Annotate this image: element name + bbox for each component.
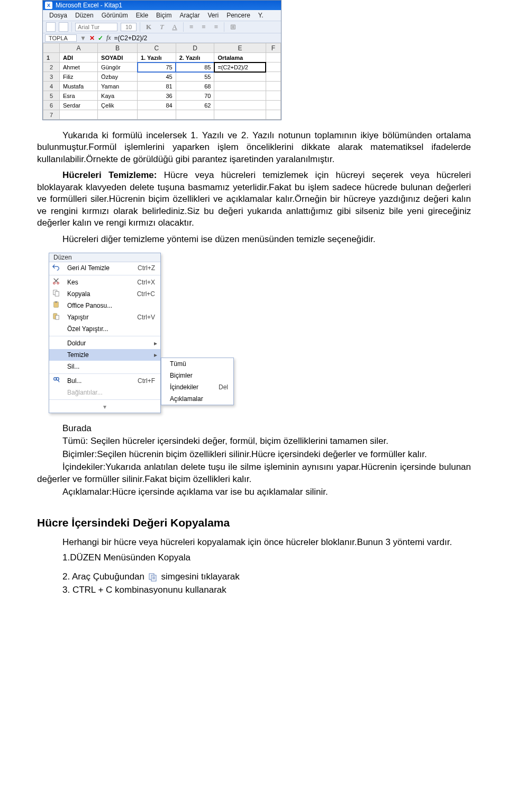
row-2[interactable]: 2 [43, 63, 60, 72]
row-4[interactable]: 4 [43, 82, 60, 91]
temizle-submenu: Tümü Biçimler İçindekiler Del Açıklamala… [161, 358, 234, 405]
cancel-x-icon[interactable]: ✕ [89, 34, 95, 42]
align-right-icon[interactable]: ≡ [211, 22, 220, 32]
cell-D5[interactable]: 70 [176, 91, 214, 101]
align-left-icon[interactable]: ≡ [187, 22, 196, 32]
copy-method-2: 2. Araç Çubuğundan simgesini tıklayarak [62, 572, 471, 583]
italic-button[interactable]: T [157, 22, 166, 32]
menu-araclar[interactable]: Araçlar [176, 11, 203, 20]
clipboard-icon [49, 301, 63, 310]
cell-E6[interactable] [214, 101, 266, 110]
cell-C3[interactable]: 45 [138, 72, 176, 82]
menu-item-paste[interactable]: Yapıştır Ctrl+V [49, 311, 160, 323]
duzen-menu-screenshot: Düzen Geri Al Temizle Ctrl+Z Kes Ctrl+X … [49, 253, 235, 413]
menu-veri[interactable]: Veri [204, 11, 222, 20]
col-C[interactable]: C [138, 43, 176, 53]
row-7[interactable]: 7 [43, 110, 60, 120]
menu-item-temizle[interactable]: Temizle ▸ [49, 349, 160, 361]
cell-D4[interactable]: 68 [176, 82, 214, 91]
submenu-tumu[interactable]: Tümü [161, 358, 233, 370]
col-D[interactable]: D [176, 43, 214, 53]
menu-item-special-paste[interactable]: Özel Yapıştır... [49, 323, 160, 335]
menu-ekle[interactable]: Ekle [133, 11, 151, 20]
cell-B5[interactable]: Kaya [98, 91, 138, 101]
cell-F4[interactable] [266, 82, 280, 91]
menu-yardim[interactable]: Y. [255, 11, 267, 20]
menu-duzen[interactable]: Düzen [72, 11, 97, 20]
cell-F2[interactable] [266, 63, 280, 72]
bold-button[interactable]: K [143, 22, 154, 32]
row-6[interactable]: 6 [43, 101, 60, 110]
menu-bicim[interactable]: Biçim [153, 11, 175, 20]
col-B[interactable]: B [98, 43, 138, 53]
cell-E2[interactable]: =(C2+D2)/2 [214, 63, 266, 72]
col-A[interactable]: A [60, 43, 98, 53]
cell-B1[interactable]: SOYADI [98, 53, 138, 63]
cell-F3[interactable] [266, 72, 280, 82]
row-5[interactable]: 5 [43, 91, 60, 101]
menu-header: Düzen [49, 253, 160, 262]
find-icon [49, 376, 63, 385]
cell-C4[interactable]: 81 [138, 82, 176, 91]
excel-grid[interactable]: A B C D E F 1 ADI SOYADI 1. Yazılı 2. Ya… [43, 43, 281, 120]
menu-pencere[interactable]: Pencere [223, 11, 253, 20]
merge-icon[interactable]: ⊞ [228, 22, 239, 32]
cell-F6[interactable] [266, 101, 280, 110]
cell-C6[interactable]: 84 [138, 101, 176, 110]
col-E[interactable]: E [214, 43, 266, 53]
cell-D1[interactable]: 2. Yazılı [176, 53, 214, 63]
toolbar-new-icon[interactable] [46, 22, 56, 32]
cell-C2[interactable]: 75 [138, 63, 176, 72]
cell-A5[interactable]: Esra [60, 91, 98, 101]
cell-B2[interactable]: Güngör [98, 63, 138, 72]
cell-A1[interactable]: ADI [60, 53, 98, 63]
submenu-arrow-icon: ▸ [154, 340, 160, 347]
cell-B4[interactable]: Yaman [98, 82, 138, 91]
cell-F5[interactable] [266, 91, 280, 101]
row-1[interactable]: 1 [43, 53, 60, 63]
formula-text[interactable]: =(C2+D2)/2 [114, 34, 148, 42]
menu-item-sil[interactable]: Sil... [49, 361, 160, 372]
menu-item-copy[interactable]: Kopyala Ctrl+C [49, 288, 160, 300]
align-center-icon[interactable]: ≡ [199, 22, 208, 32]
cell-E5[interactable] [214, 91, 266, 101]
cell-A2[interactable]: Ahmet [60, 63, 98, 72]
font-size-combo[interactable]: 10 [121, 23, 137, 31]
cell-E1[interactable]: Ortalama [214, 53, 266, 63]
cell-D6[interactable]: 62 [176, 101, 214, 110]
toolbar-save-icon[interactable] [59, 22, 68, 32]
excel-app-icon: X [45, 2, 52, 9]
menu-item-undo[interactable]: Geri Al Temizle Ctrl+Z [49, 262, 160, 274]
underline-button[interactable]: A [169, 22, 179, 32]
fx-label[interactable]: fx [106, 34, 111, 42]
menu-item-doldur[interactable]: Doldur ▸ [49, 337, 160, 349]
name-box[interactable]: TOPLA [45, 34, 77, 42]
cell-E3[interactable] [214, 72, 266, 82]
cell-D2[interactable]: 85 [176, 63, 214, 72]
menu-item-cut[interactable]: Kes Ctrl+X [49, 276, 160, 288]
cell-F1[interactable] [266, 53, 280, 63]
p2-lead: Hücreleri Temizleme: [62, 170, 164, 180]
cell-C5[interactable]: 36 [138, 91, 176, 101]
cell-C1[interactable]: 1. Yazılı [138, 53, 176, 63]
submenu-icindekiler[interactable]: İçindekiler Del [161, 381, 233, 393]
cell-A4[interactable]: Mustafa [60, 82, 98, 91]
col-F[interactable]: F [266, 43, 280, 53]
menu-item-office-pano[interactable]: Office Panosu... [49, 300, 160, 311]
submenu-aciklamalar[interactable]: Açıklamalar [161, 393, 233, 405]
submenu-bicimler[interactable]: Biçimler [161, 370, 233, 381]
row-3[interactable]: 3 [43, 72, 60, 82]
svg-point-0 [53, 282, 56, 284]
font-name-combo[interactable]: Arial Tur [75, 23, 117, 31]
menu-expand[interactable]: ▾ [49, 401, 160, 413]
cell-A6[interactable]: Serdar [60, 101, 98, 110]
cell-B6[interactable]: Çelik [98, 101, 138, 110]
cell-D3[interactable]: 55 [176, 72, 214, 82]
cell-B3[interactable]: Özbay [98, 72, 138, 82]
cell-A3[interactable]: Filiz [60, 72, 98, 82]
enter-check-icon[interactable]: ✓ [98, 34, 103, 42]
menu-item-bul[interactable]: Bul... Ctrl+F [49, 375, 160, 387]
menu-gorunum[interactable]: Görünüm [98, 11, 131, 20]
cell-E4[interactable] [214, 82, 266, 91]
menu-dosya[interactable]: Dosya [46, 11, 70, 20]
